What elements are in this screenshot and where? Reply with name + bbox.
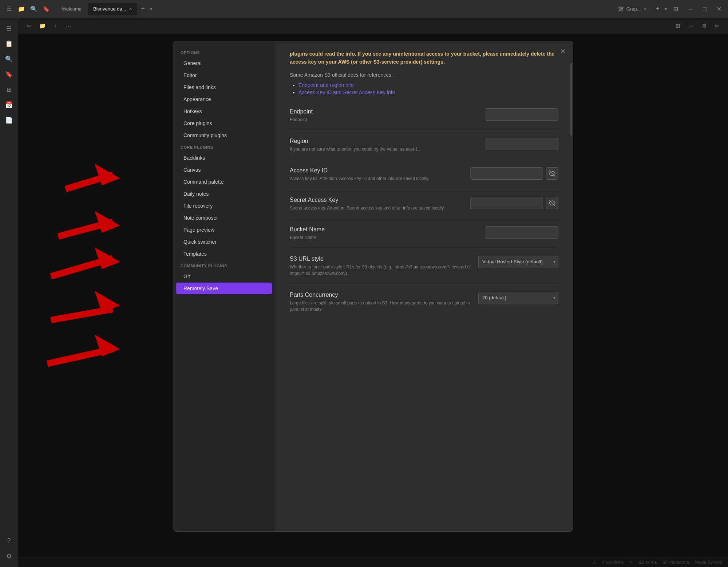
window-close-button[interactable]: ✕ [715,5,724,12]
minimize-button[interactable]: ─ [687,6,695,12]
community-plugins-section-label: Community plugins [173,260,275,270]
setting-info-s3-url-style: S3 URL style Whether to force path-style… [290,256,471,277]
setting-name-access-key-id: Access Key ID [290,167,463,174]
toolbar-settings-icon[interactable]: ⚙ [699,21,709,31]
docs-intro: Some Amazon S3 official docs for referen… [290,72,558,78]
setting-header-bucket-name: Bucket Name Bucket Name [290,226,558,241]
sidebar-item-editor[interactable]: Editor [176,69,272,81]
new-tab-button[interactable]: + [139,5,147,13]
sidebar-item-files-links[interactable]: Files and links [176,81,272,93]
file-browser-icon[interactable]: 📁 [17,4,26,14]
ribbon-bookmark-icon[interactable]: 🔖 [3,68,16,81]
toolbar-more2-icon[interactable]: ⋯ [686,21,696,31]
tab-bienvenue-close[interactable]: ✕ [129,7,132,11]
toolbar-edit-icon[interactable]: ✏ [24,21,34,31]
ribbon-calendar-icon[interactable]: 📅 [3,98,16,111]
settings-modal: ✕ Options General Editor Files and links… [173,41,573,532]
secret-access-key-input[interactable] [470,197,543,209]
setting-desc-region: If you are not sure what to enter, you c… [290,146,478,152]
ribbon-files-icon[interactable]: 📋 [3,37,16,50]
sidebar-item-quick-switcher[interactable]: Quick switcher [176,236,272,248]
setting-name-endpoint: Endpoint [290,108,478,115]
setting-desc-s3-url-style: Whether to force path-style URLs for S3 … [290,264,471,277]
toolbar-pen-icon[interactable]: ✏ [712,21,722,31]
setting-desc-secret-access-key: Secret access key. Attention: Secret acc… [290,205,463,211]
endpoint-input[interactable] [486,108,558,121]
bucket-name-input[interactable] [486,226,558,239]
sidebar-item-appearance[interactable]: Appearance [176,93,272,105]
region-input[interactable] [486,138,558,150]
sidebar-item-git[interactable]: Git [176,271,272,282]
tab-graph-label: Grap... [626,6,641,12]
maximize-button[interactable]: □ [701,6,709,12]
bookmark-icon[interactable]: 🔖 [41,4,51,14]
setting-name-s3-url-style: S3 URL style [290,256,471,262]
sidebar-item-note-composer[interactable]: Note composer [176,212,272,224]
setting-info-endpoint: Endpoint Endpoint [290,108,478,123]
tab-welcome[interactable]: Welcome [57,3,87,15]
setting-name-parts-concurrency: Parts Concurrency [290,292,471,298]
link-endpoint-region[interactable]: Endpoint and region info [298,82,354,88]
sidebar-item-file-recovery[interactable]: File recovery [176,200,272,212]
modal-close-button[interactable]: ✕ [558,46,568,56]
app-body: ☰ 📋 🔍 🔖 ⊞ 📅 📄 ? ⚙ ✏ 📁 ↑ ⋯ ⊞ ⋯ ⚙ ✏ ✕ [0,18,728,567]
sidebar-item-community-plugins[interactable]: Community plugins [176,129,272,141]
sidebar-item-remotely-save[interactable]: Remotely Save [176,283,272,294]
sidebar-item-core-plugins[interactable]: Core plugins [176,117,272,129]
access-key-id-toggle-visibility[interactable] [546,167,558,180]
sidebar-toggle-icon[interactable]: ☰ [4,4,14,14]
setting-header-secret-access-key: Secret Access Key Secret access key. Att… [290,197,558,211]
sidebar-item-templates[interactable]: Templates [176,248,272,260]
ribbon-settings-icon[interactable]: ⚙ [3,550,16,563]
ribbon-plugins-icon[interactable]: ⊞ [3,83,16,96]
ribbon-notes-icon[interactable]: 📄 [3,113,16,127]
sidebar-item-backlinks[interactable]: Backlinks [176,152,272,164]
access-key-id-input[interactable] [470,167,543,180]
link-access-key[interactable]: Access Key ID and Secret Access Key info [298,89,395,95]
setting-row-bucket-name: Bucket Name Bucket Name [290,219,558,248]
setting-row-endpoint: Endpoint Endpoint [290,101,558,131]
toolbar-folder-icon[interactable]: 📁 [37,21,47,31]
s3-url-style-select-wrapper: Virtual Hosted-Style (default) Path-Styl… [478,256,558,268]
ribbon-sidebar-icon[interactable]: ☰ [3,22,16,35]
tabs-dropdown-2[interactable]: ▾ [663,7,668,12]
setting-desc-bucket-name: Bucket Name [290,234,478,241]
toolbar-up-icon[interactable]: ↑ [50,21,60,31]
s3-url-style-select[interactable]: Virtual Hosted-Style (default) Path-Styl… [478,256,558,268]
left-ribbon: ☰ 📋 🔍 🔖 ⊞ 📅 📄 ? ⚙ [0,18,18,567]
toolbar-more-icon[interactable]: ⋯ [63,21,74,31]
sidebar-item-daily-notes[interactable]: Daily notes [176,188,272,200]
sidebar-item-general[interactable]: General [176,57,272,69]
settings-overlay: ✕ Options General Editor Files and links… [18,33,728,567]
window-controls: ⊞ ─ □ ✕ [671,4,724,14]
setting-control-parts-concurrency: 20 (default) 1 5 10 50 [478,292,558,304]
setting-info-parts-concurrency: Parts Concurrency Large files are split … [290,292,471,313]
ribbon-bottom: ? ⚙ [3,534,16,567]
setting-desc-parts-concurrency: Large files are split into small parts t… [290,300,471,313]
setting-row-s3-url-style: S3 URL style Whether to force path-style… [290,248,558,284]
layout-icon[interactable]: ⊞ [671,4,681,14]
tabs-area: Welcome Bienvenue da... ✕ + ▾ 🕸 Grap... … [57,3,668,15]
settings-content: plugins could read the info. If you see … [275,41,573,531]
tabs-dropdown[interactable]: ▾ [149,7,154,12]
sidebar-item-hotkeys[interactable]: Hotkeys [176,105,272,117]
tab-bienvenue[interactable]: Bienvenue da... ✕ [88,3,137,15]
toolbar: ✏ 📁 ↑ ⋯ ⊞ ⋯ ⚙ ✏ [18,18,728,33]
ribbon-help-icon[interactable]: ? [3,534,16,547]
parts-concurrency-select[interactable]: 20 (default) 1 5 10 50 [478,292,558,304]
sidebar-item-command-palette[interactable]: Command palette [176,176,272,188]
setting-row-secret-access-key: Secret Access Key Secret access key. Att… [290,189,558,219]
ribbon-search-icon[interactable]: 🔍 [3,52,16,65]
sidebar-item-canvas[interactable]: Canvas [176,164,272,176]
setting-control-region [486,138,558,150]
toolbar-grid-icon[interactable]: ⊞ [673,21,683,31]
tab-bienvenue-label: Bienvenue da... [93,6,126,12]
search-icon[interactable]: 🔍 [29,4,39,14]
setting-name-bucket-name: Bucket Name [290,226,478,233]
tab-graph-close[interactable]: ✕ [644,7,647,11]
setting-info-access-key-id: Access Key ID Access key ID. Attention: … [290,167,463,182]
tab-graph[interactable]: 🕸 Grap... ✕ [613,3,652,15]
sidebar-item-page-preview[interactable]: Page preview [176,224,272,236]
secret-access-key-toggle-visibility[interactable] [546,197,558,209]
new-tab-button-2[interactable]: + [653,5,662,13]
